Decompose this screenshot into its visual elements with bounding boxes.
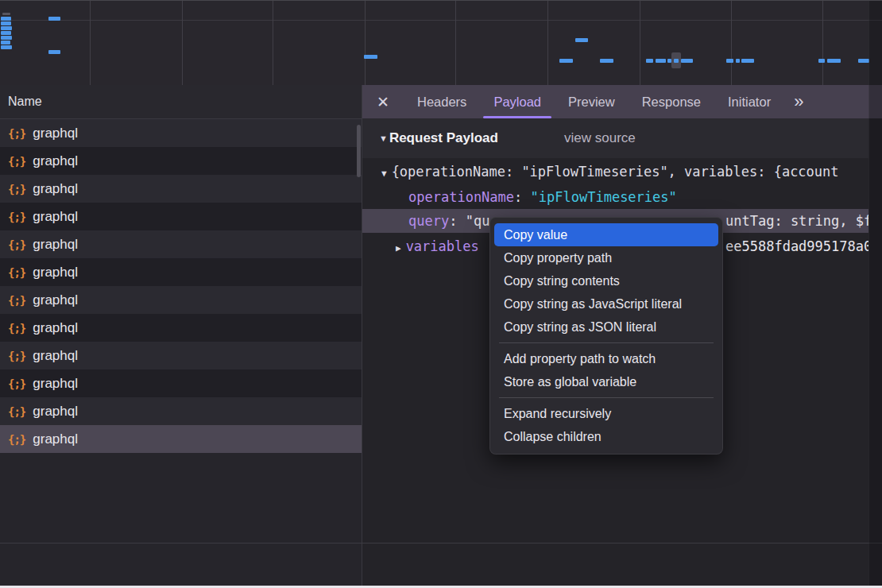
timeline-bar (48, 17, 60, 21)
panel-footer-divider (0, 543, 882, 544)
object-preview-text: {operationName: "ipFlowTimeseries", vari… (392, 164, 839, 180)
json-braces-icon: {;} (8, 294, 25, 307)
network-overview-timeline[interactable] (0, 1, 882, 86)
request-row[interactable]: {;}graphql (0, 230, 362, 258)
tab-payload[interactable]: Payload (480, 85, 555, 118)
json-braces-icon: {;} (8, 377, 25, 390)
menu-separator (499, 397, 714, 398)
more-tabs-chevron-icon[interactable]: » (784, 85, 813, 118)
list-scrollbar-thumb[interactable] (357, 125, 361, 177)
request-row[interactable]: {;}graphql (0, 119, 362, 147)
timeline-bar (1, 36, 12, 40)
request-name-label: graphql (33, 237, 78, 253)
request-list-panel: Name {;}graphql{;}graphql{;}graphql{;}gr… (0, 85, 362, 586)
request-row[interactable]: {;}graphql (0, 369, 362, 397)
section-title: Request Payload (389, 130, 498, 146)
menu-item-copy-string-as-javascript-literal[interactable]: Copy string as JavaScript literal (494, 292, 718, 315)
key-separator: : (449, 213, 465, 229)
name-column-header[interactable]: Name (0, 85, 362, 119)
menu-item-copy-property-path[interactable]: Copy property path (494, 246, 718, 269)
payload-preview-row[interactable]: ▼{operationName: "ipFlowTimeseries", var… (362, 160, 868, 184)
scrollbar-gutter (868, 1, 882, 586)
timeline-bar (575, 38, 588, 42)
view-source-link[interactable]: view source (564, 118, 636, 158)
menu-item-copy-string-contents[interactable]: Copy string contents (494, 269, 718, 292)
json-braces-icon: {;} (8, 350, 25, 362)
menu-item-copy-string-as-json-literal[interactable]: Copy string as JSON literal (494, 315, 718, 338)
request-name-label: graphql (33, 181, 78, 197)
property-value-start: "qu (466, 213, 490, 229)
request-name-label: graphql (33, 126, 78, 141)
json-braces-icon: {;} (8, 155, 25, 168)
request-name-label: graphql (33, 209, 78, 225)
request-payload-section-header[interactable]: ▼ Request Payload view source (362, 118, 868, 158)
request-row[interactable]: {;}graphql (0, 342, 362, 369)
variables-value-fragment: ee5588fdad995178a0 (725, 234, 868, 258)
request-row[interactable]: {;}graphql (0, 203, 362, 230)
request-row[interactable]: {;}graphql (0, 175, 362, 203)
timeline-gridline (640, 1, 640, 85)
tab-headers[interactable]: Headers (404, 85, 480, 118)
timeline-bar (1, 31, 11, 35)
request-rows: {;}graphql{;}graphql{;}graphql{;}graphql… (0, 119, 362, 453)
request-name-label: graphql (33, 153, 78, 169)
timeline-bar (827, 59, 841, 63)
timeline-bar (48, 50, 60, 54)
json-braces-icon: {;} (8, 211, 25, 223)
request-name-label: graphql (33, 320, 78, 336)
query-value-fragment: untTag: string, $f (725, 209, 868, 233)
overview-row-divider (0, 20, 882, 21)
timeline-bar (741, 59, 754, 63)
request-row[interactable]: {;}graphql (0, 425, 362, 453)
property-row-operationname[interactable]: operationName: "ipFlowTimeseries" (362, 185, 868, 209)
menu-item-copy-value[interactable]: Copy value (494, 223, 718, 246)
timeline-gridline (731, 1, 732, 85)
request-name-label: graphql (33, 376, 78, 392)
close-icon[interactable]: ✕ (362, 85, 404, 118)
timeline-bar (674, 59, 679, 63)
timeline-gridline (90, 1, 91, 85)
tab-initiator[interactable]: Initiator (714, 85, 784, 118)
timeline-bar (1, 26, 12, 30)
property-expander-icon: ▶ (396, 243, 401, 253)
timeline-bar (681, 59, 693, 63)
json-braces-icon: {;} (8, 127, 25, 140)
timeline-bar (364, 55, 377, 59)
timeline-gridline (273, 1, 273, 85)
timeline-bar (726, 59, 733, 63)
json-braces-icon: {;} (8, 322, 25, 335)
timeline-bar (646, 59, 653, 63)
request-row[interactable]: {;}graphql (0, 147, 362, 175)
menu-separator (499, 342, 714, 343)
property-value: "ipFlowTimeseries" (531, 189, 677, 205)
tab-response[interactable]: Response (629, 85, 714, 118)
timeline-gridline (822, 1, 823, 85)
request-row[interactable]: {;}graphql (0, 397, 362, 425)
timeline-gridline (182, 1, 183, 85)
detail-tab-bar: ✕ HeadersPayloadPreviewResponseInitiator… (362, 85, 882, 118)
menu-item-collapse-children[interactable]: Collapse children (494, 425, 718, 448)
timeline-bar (559, 59, 573, 63)
json-braces-icon: {;} (8, 405, 25, 418)
devtools-network-panel: Name {;}graphql{;}graphql{;}graphql{;}gr… (0, 0, 882, 588)
request-name-label: graphql (33, 348, 78, 364)
request-name-label: graphql (33, 431, 78, 447)
key-separator: : (514, 189, 530, 205)
timeline-bar (2, 13, 10, 15)
object-expander-icon: ▼ (381, 168, 387, 179)
request-name-label: graphql (33, 292, 78, 308)
timeline-bar (818, 59, 825, 63)
menu-item-add-property-path-to-watch[interactable]: Add property path to watch (494, 347, 718, 370)
request-name-label: graphql (33, 265, 78, 280)
menu-item-store-as-global-variable[interactable]: Store as global variable (494, 370, 718, 393)
timeline-bar (858, 59, 869, 63)
request-row[interactable]: {;}graphql (0, 314, 362, 342)
timeline-gridline (547, 1, 548, 85)
menu-item-expand-recursively[interactable]: Expand recursively (494, 402, 718, 425)
tab-preview[interactable]: Preview (555, 85, 629, 118)
request-row[interactable]: {;}graphql (0, 258, 362, 286)
request-row[interactable]: {;}graphql (0, 286, 362, 314)
json-braces-icon: {;} (8, 266, 25, 279)
timeline-bar (1, 41, 10, 44)
timeline-gridline (365, 1, 366, 85)
